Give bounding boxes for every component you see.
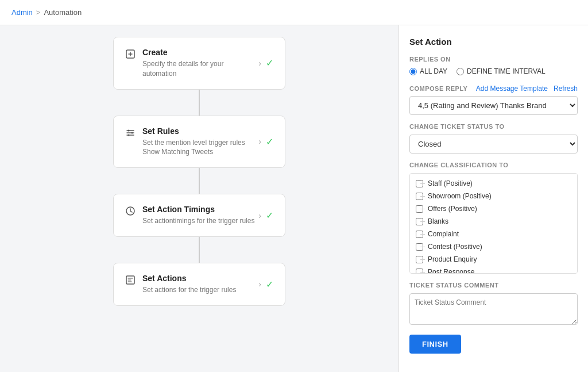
step-timings-check: ✓: [266, 210, 273, 221]
breadcrumb-separator: >: [36, 8, 41, 17]
finish-button[interactable]: FINISH: [409, 335, 461, 354]
classif-product-enquiry-checkbox[interactable]: [416, 256, 423, 263]
svg-point-3: [128, 134, 130, 136]
svg-point-2: [131, 132, 133, 133]
step-actions-title: Set Actions: [142, 274, 236, 283]
classif-blanks-checkbox[interactable]: [416, 218, 423, 225]
classif-blanks-label: Blanks: [428, 217, 448, 225]
classif-showroom-checkbox[interactable]: [416, 193, 423, 200]
classif-showroom[interactable]: Showroom (Positive): [410, 190, 577, 202]
classif-complaint[interactable]: Complaint: [410, 228, 577, 240]
step-actions-check: ✓: [266, 279, 273, 290]
classif-post-response[interactable]: Post Response: [410, 266, 577, 274]
step-set-actions[interactable]: Set Actions Set actions for the trigger …: [113, 263, 285, 306]
step-timings-title: Set Action Timings: [142, 205, 254, 214]
step-rules-check: ✓: [266, 136, 273, 147]
add-message-template-button[interactable]: Add Message Template: [476, 85, 548, 93]
step-actions-chevron: ›: [258, 279, 261, 289]
connector-3: [199, 237, 200, 263]
step-rules-chevron: ›: [258, 137, 261, 146]
classif-staff-label: Staff (Positive): [428, 179, 473, 187]
classif-offers-checkbox[interactable]: [416, 205, 423, 213]
step-create-check: ✓: [266, 57, 273, 68]
classif-offers[interactable]: Offers (Positive): [410, 202, 577, 215]
classification-list: Staff (Positive) Showroom (Positive) Off…: [409, 173, 578, 274]
svg-point-1: [128, 129, 130, 131]
step-set-rules[interactable]: Set Rules Set the mention level trigger …: [113, 116, 285, 168]
classif-contest[interactable]: Contest (Positive): [410, 240, 577, 253]
ticket-comment-section: TICKET STATUS COMMENT: [409, 282, 578, 327]
create-icon: [125, 49, 136, 62]
breadcrumb-admin[interactable]: Admin: [11, 8, 33, 17]
classif-offers-label: Offers (Positive): [428, 205, 477, 213]
classif-staff[interactable]: Staff (Positive): [410, 177, 577, 190]
step-create[interactable]: Create Specify the details for your auto…: [113, 37, 285, 90]
ticket-status-dropdown[interactable]: Closed Open Pending Resolved: [409, 135, 578, 154]
step-create-chevron: ›: [258, 59, 261, 68]
radio-all-day-input[interactable]: [409, 68, 417, 75]
step-timings-desc: Set actiontimings for the trigger rules: [142, 216, 254, 226]
breadcrumb-current: Automation: [44, 8, 82, 17]
step-actions-desc: Set actions for the trigger rules: [142, 285, 236, 295]
classification-label: CHANGE CLASSIFICATION TO: [409, 162, 578, 168]
breadcrumb: Admin > Automation: [0, 0, 588, 25]
classif-showroom-label: Showroom (Positive): [428, 192, 492, 200]
classif-complaint-label: Complaint: [428, 230, 459, 238]
compose-reply-dropdown[interactable]: 4,5 (Rating and Review) Thanks Brand: [409, 96, 578, 115]
classif-post-response-checkbox[interactable]: [416, 269, 423, 274]
radio-all-day-label: ALL DAY: [420, 67, 447, 75]
compose-reply-label: COMPOSE REPLY: [409, 85, 467, 92]
radio-all-day[interactable]: ALL DAY: [409, 67, 447, 75]
radio-define-interval[interactable]: DEFINE TIME INTERVAL: [457, 67, 546, 75]
connector-2: [199, 168, 200, 194]
classif-staff-checkbox[interactable]: [416, 180, 423, 187]
ticket-comment-label: TICKET STATUS COMMENT: [409, 282, 578, 289]
classif-post-response-label: Post Response: [428, 268, 474, 274]
connector-1: [199, 90, 200, 116]
steps-panel: Create Specify the details for your auto…: [0, 25, 399, 372]
classif-product-enquiry[interactable]: Product Enquiry: [410, 253, 577, 266]
set-actions-icon: [125, 275, 136, 288]
set-rules-icon: [125, 128, 136, 141]
radio-define-label: DEFINE TIME INTERVAL: [467, 67, 546, 75]
classif-blanks[interactable]: Blanks: [410, 215, 577, 228]
step-timings-chevron: ›: [258, 211, 261, 220]
panel-title: Set Action: [409, 37, 578, 47]
step-create-title: Create: [142, 48, 258, 57]
step-action-timings[interactable]: Set Action Timings Set actiontimings for…: [113, 194, 285, 237]
ticket-status-label: CHANGE TICKET STATUS TO: [409, 123, 578, 130]
radio-define-input[interactable]: [457, 68, 464, 75]
replies-on-group: ALL DAY DEFINE TIME INTERVAL: [409, 67, 578, 75]
set-action-panel: Set Action REPLIES ON ALL DAY DEFINE TIM…: [399, 25, 588, 372]
ticket-comment-textarea[interactable]: [409, 293, 578, 325]
replies-on-label: REPLIES ON: [409, 56, 578, 63]
classification-section: CHANGE CLASSIFICATION TO Staff (Positive…: [409, 162, 578, 274]
action-timings-icon: [125, 206, 136, 219]
refresh-button[interactable]: Refresh: [554, 85, 578, 93]
step-rules-title: Set Rules: [142, 126, 258, 136]
classif-product-enquiry-label: Product Enquiry: [428, 255, 477, 263]
step-rules-desc: Set the mention level trigger rules Show…: [142, 138, 258, 158]
step-create-desc: Specify the details for your automation: [142, 59, 258, 79]
classif-contest-checkbox[interactable]: [416, 243, 423, 251]
compose-reply-header: COMPOSE REPLY Add Message Template Refre…: [409, 85, 578, 93]
classif-contest-label: Contest (Positive): [428, 243, 482, 251]
classif-complaint-checkbox[interactable]: [416, 231, 423, 238]
